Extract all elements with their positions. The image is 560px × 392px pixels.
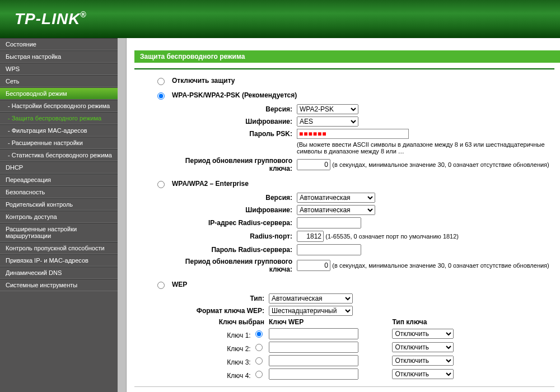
wep-key-input[interactable] <box>269 355 358 366</box>
nav-item-0[interactable]: Состояние <box>0 38 118 50</box>
wep-key-input[interactable] <box>269 342 358 353</box>
wpa-ent-encryption-select[interactable]: Автоматическая <box>297 205 375 215</box>
nav-link[interactable]: Привязка IP- и MAC-адресов <box>6 257 88 264</box>
nav-link[interactable]: Контроль доступа <box>6 213 57 220</box>
radio-disable[interactable] <box>157 78 165 85</box>
nav-item-1[interactable]: Быстрая настройка <box>0 50 118 63</box>
nav-item-17[interactable]: Привязка IP- и MAC-адресов <box>0 254 118 267</box>
wep-format-select[interactable]: Шестнадцатеричный <box>269 306 353 316</box>
wep-key-type-select[interactable]: Отключить <box>392 356 454 366</box>
nav-link[interactable]: Расширенные настройки маршрутизации <box>6 226 77 239</box>
brand-reg: ® <box>80 10 86 19</box>
wpa-ent-version-label: Версия: <box>160 192 295 204</box>
wpa-psk-encryption-label: Шифрование: <box>160 115 295 128</box>
nav-item-5[interactable]: - Настройки беспроводного режима <box>0 100 118 112</box>
group-wep: WEP Тип: Автоматическая Формат ключа WEP… <box>155 280 560 381</box>
psk-hint: (Вы можете ввести ASCII символы в диапаз… <box>295 140 560 156</box>
app-root: TP-LINK® СостояниеБыстрая настройкаWPSСе… <box>0 0 560 392</box>
nav-link[interactable]: Быстрая настройка <box>6 53 61 60</box>
radius-port-hint: (1-65535, 0 означает порт по умолчанию 1… <box>325 233 459 240</box>
radio-wep[interactable] <box>157 282 165 289</box>
group-wpa-psk: WPA-PSK/WPA2-PSK (Рекомендуется) Версия:… <box>155 91 560 174</box>
radius-port-label: Radius-порт: <box>160 230 295 243</box>
nav-item-7[interactable]: - Фильтрация MAC-адресов <box>0 124 118 137</box>
wpa-ent-form: Версия: Автоматическая Шифрование: Автом… <box>160 192 552 274</box>
nav-link[interactable]: Безопасность <box>6 189 45 195</box>
wep-type-label: Тип: <box>160 292 267 305</box>
body: СостояниеБыстрая настройкаWPSСетьБеспров… <box>0 38 560 392</box>
wep-key-type-select[interactable]: Отключить <box>392 329 454 339</box>
nav-item-15[interactable]: Расширенные настройки маршрутизации <box>0 223 118 242</box>
wpa-ent-encryption-label: Шифрование: <box>160 204 295 216</box>
nav-link[interactable]: Беспроводной режим <box>6 90 67 97</box>
nav-item-11[interactable]: Переадресация <box>0 174 118 186</box>
wpa-ent-groupkey-input[interactable] <box>297 260 330 271</box>
nav-link[interactable]: Контроль пропускной способности <box>6 245 105 251</box>
nav-link[interactable]: - Фильтрация MAC-адресов <box>8 127 87 134</box>
nav-link[interactable]: DHCP <box>6 164 23 171</box>
nav-link[interactable]: - Настройки беспроводного режима <box>8 102 110 109</box>
wpa-psk-version-select[interactable]: WPA2-PSK <box>297 104 358 114</box>
wep-key-input[interactable] <box>269 328 358 339</box>
nav-link[interactable]: Сеть <box>6 78 19 85</box>
nav-item-2[interactable]: WPS <box>0 63 118 75</box>
wep-key-radio[interactable] <box>255 330 263 338</box>
wep-format-label: Формат ключа WEP: <box>160 305 267 317</box>
nav-item-14[interactable]: Контроль доступа <box>0 211 118 223</box>
wep-type-select[interactable]: Автоматическая <box>269 293 353 304</box>
brand-text: TP-LINK <box>15 10 80 27</box>
radio-wpa-enterprise[interactable] <box>157 181 165 188</box>
wpa-psk-password-label: Пароль PSK: <box>160 128 295 140</box>
nav-item-12[interactable]: Безопасность <box>0 186 118 198</box>
wep-key-type-select[interactable]: Отключить <box>392 369 454 379</box>
wep-form: Тип: Автоматическая Формат ключа WEP: Ше… <box>160 292 456 381</box>
wep-key-radio[interactable] <box>255 371 263 378</box>
nav-item-19[interactable]: Системные инструменты <box>0 279 118 291</box>
nav-item-4[interactable]: Беспроводной режим <box>0 87 118 100</box>
content-inner: Защита беспроводного режима Отключить за… <box>127 38 560 392</box>
nav-link[interactable]: - Защита беспроводного режима <box>8 115 101 122</box>
nav-link[interactable]: Родительский контроль <box>6 201 73 208</box>
wpa-psk-form: Версия: WPA2-PSK Шифрование: AES Пароль … <box>160 103 560 174</box>
wpa-ent-heading: WPA/WPA2 – Enterprise <box>172 180 249 188</box>
wpa-ent-version-select[interactable]: Автоматическая <box>297 193 375 203</box>
nav-item-10[interactable]: DHCP <box>0 161 118 174</box>
wpa-psk-groupkey-hint: (в секундах, минимальное значение 30, 0 … <box>332 161 549 168</box>
wep-heading: WEP <box>172 281 187 288</box>
group-disable: Отключить защиту <box>155 76 560 85</box>
nav-item-6[interactable]: - Защита беспроводного режима <box>0 112 118 124</box>
nav-item-8[interactable]: - Расширенные настройки <box>0 137 118 149</box>
nav-link[interactable]: WPS <box>6 66 20 72</box>
wep-key-type-select[interactable]: Отключить <box>392 342 454 352</box>
wpa-psk-groupkey-input[interactable] <box>297 159 330 170</box>
nav-item-18[interactable]: Динамический DNS <box>0 267 118 279</box>
nav-link[interactable]: - Расширенные настройки <box>8 139 83 146</box>
wep-key-row: Ключ 2: Отключить <box>160 340 456 354</box>
wep-key-row: Ключ 3: Отключить <box>160 354 456 367</box>
nav-link[interactable]: Динамический DNS <box>6 269 62 276</box>
wep-key-radio[interactable] <box>255 357 263 365</box>
nav-item-13[interactable]: Родительский контроль <box>0 198 118 211</box>
wpa-psk-encryption-select[interactable]: AES <box>297 116 358 127</box>
wep-key-input[interactable] <box>269 368 358 380</box>
radius-pwd-input[interactable] <box>297 244 361 255</box>
disable-label: Отключить защиту <box>172 77 235 85</box>
wpa-psk-heading: WPA-PSK/WPA2-PSK (Рекомендуется) <box>172 91 297 99</box>
nav-item-16[interactable]: Контроль пропускной способности <box>0 242 118 254</box>
nav-link[interactable]: Переадресация <box>6 176 51 183</box>
radius-pwd-label: Пароль Radius-сервера: <box>160 243 295 256</box>
wpa-ent-groupkey-label: Период обновления группового ключа: <box>160 256 295 274</box>
page-title: Защита беспроводного режима <box>134 50 560 63</box>
radius-ip-input[interactable] <box>297 217 361 228</box>
nav-item-3[interactable]: Сеть <box>0 75 118 87</box>
nav-link[interactable]: Состояние <box>6 41 36 48</box>
radius-port-input[interactable] <box>297 231 324 242</box>
sidebar: СостояниеБыстрая настройкаWPSСетьБеспров… <box>0 38 118 392</box>
wep-key-radio[interactable] <box>255 344 263 351</box>
gutter <box>118 38 127 392</box>
nav-link[interactable]: Системные инструменты <box>6 282 77 288</box>
nav-link[interactable]: - Статистика беспроводного режима <box>8 152 112 158</box>
nav-item-9[interactable]: - Статистика беспроводного режима <box>0 149 118 161</box>
radio-wpa-psk[interactable] <box>157 92 165 100</box>
wep-col-selected: Ключ выбран <box>160 317 267 327</box>
